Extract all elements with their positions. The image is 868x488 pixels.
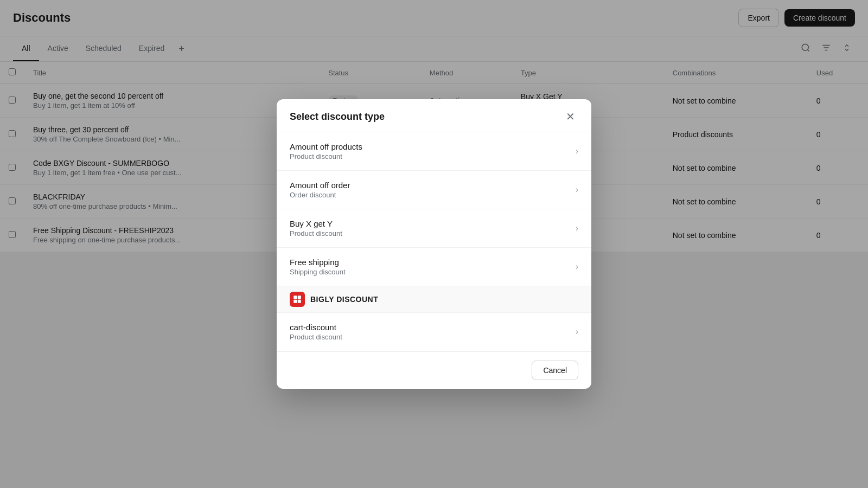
option-text: cart-discount Product discount xyxy=(290,323,342,341)
chevron-right-icon: › xyxy=(576,185,578,195)
option-text: Free shipping Shipping discount xyxy=(290,258,346,276)
modal-header: Select discount type ✕ xyxy=(277,99,591,132)
modal-footer: Cancel xyxy=(277,351,591,389)
option-subtitle: Product discount xyxy=(290,333,342,341)
cancel-button[interactable]: Cancel xyxy=(532,361,578,380)
option-text: Amount off order Order discount xyxy=(290,181,350,199)
svg-rect-7 xyxy=(293,300,297,303)
modal-overlay[interactable]: Select discount type ✕ Amount off produc… xyxy=(0,0,868,488)
option-title: Free shipping xyxy=(290,258,346,267)
option-cart-discount[interactable]: cart-discount Product discount › xyxy=(277,313,591,351)
option-title: Buy X get Y xyxy=(290,219,342,228)
option-subtitle: Product discount xyxy=(290,229,342,237)
chevron-right-icon: › xyxy=(576,262,578,272)
option-subtitle: Shipping discount xyxy=(290,268,346,276)
option-text: Buy X get Y Product discount xyxy=(290,219,342,237)
chevron-right-icon: › xyxy=(576,223,578,233)
svg-rect-6 xyxy=(298,296,301,299)
option-text: Amount off products Product discount xyxy=(290,142,362,160)
svg-rect-5 xyxy=(293,296,297,299)
option-free-shipping[interactable]: Free shipping Shipping discount › xyxy=(277,248,591,286)
modal-title: Select discount type xyxy=(290,111,385,123)
option-title: cart-discount xyxy=(290,323,342,332)
app-icon xyxy=(290,292,305,307)
option-amount-off-products[interactable]: Amount off products Product discount › xyxy=(277,132,591,171)
modal-close-button[interactable]: ✕ xyxy=(563,110,578,123)
app-section-header: BIGLY DISCOUNT xyxy=(277,286,591,313)
app-logo-icon xyxy=(292,294,302,304)
chevron-right-icon: › xyxy=(576,327,578,337)
chevron-right-icon: › xyxy=(576,146,578,156)
option-buy-x-get-y[interactable]: Buy X get Y Product discount › xyxy=(277,209,591,248)
option-subtitle: Order discount xyxy=(290,191,350,199)
svg-rect-8 xyxy=(298,300,301,303)
app-section-label: BIGLY DISCOUNT xyxy=(310,295,378,304)
select-discount-type-modal: Select discount type ✕ Amount off produc… xyxy=(277,99,591,389)
option-subtitle: Product discount xyxy=(290,152,362,160)
option-title: Amount off order xyxy=(290,181,350,190)
option-amount-off-order[interactable]: Amount off order Order discount › xyxy=(277,171,591,209)
option-title: Amount off products xyxy=(290,142,362,151)
modal-body: Amount off products Product discount › A… xyxy=(277,132,591,351)
